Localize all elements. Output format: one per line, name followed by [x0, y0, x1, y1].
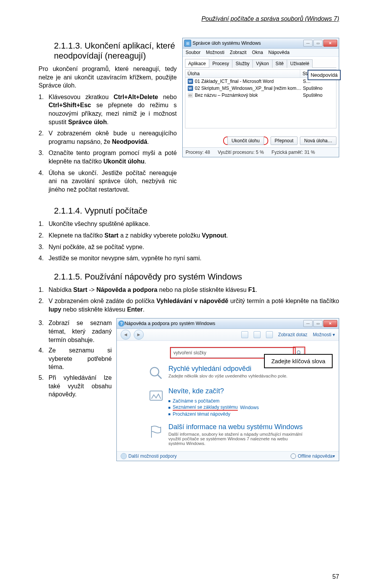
heading-2113: 2.1.1.3. Ukončení aplikací, které neodpo…: [54, 41, 177, 61]
callout-neodpovida: Neodpovídá: [308, 70, 341, 80]
menu-item[interactable]: Soubor: [186, 50, 201, 55]
list-number: 3.: [39, 149, 49, 165]
step: Nyní počkáte, až se počítač vypne.: [49, 243, 339, 251]
table-row[interactable]: W 02 Skriptum_MS_Windosws_XP_final [reži…: [185, 85, 336, 92]
tab-users[interactable]: Uživatelé: [287, 59, 313, 68]
print-icon[interactable]: [254, 331, 261, 338]
help-link[interactable]: Seznámení se základy systému Windows: [168, 404, 259, 411]
flag-icon: [148, 423, 165, 440]
notepad-icon: ▭: [188, 93, 193, 98]
task-manager-window: ⊞ Správce úloh systému Windows — ▭ ✕ Sou…: [182, 38, 339, 157]
list-number: 2.: [39, 231, 49, 240]
task-name: 02 Skriptum_MS_Windosws_XP_final [režim …: [195, 86, 301, 91]
step: Ukončíte všechny spuštěné aplikace.: [49, 220, 339, 228]
list-number: 5.: [39, 374, 49, 399]
step: V zobrazeném okně zadáte do políčka Vyhl…: [49, 297, 339, 313]
list-number: 3.: [39, 243, 49, 251]
menu-item[interactable]: Nápověda: [268, 50, 289, 55]
word-icon: W: [188, 86, 193, 91]
list-number: 4.: [39, 169, 49, 194]
step-4: Úloha se ukončí. Jestliže počítač nereag…: [49, 169, 177, 194]
more-support-link[interactable]: Další možnosti podpory: [128, 453, 177, 459]
minimize-button[interactable]: —: [303, 40, 313, 47]
switch-to-button[interactable]: Přepnout: [271, 136, 298, 145]
maximize-button[interactable]: ▭: [313, 320, 323, 327]
magnifier-icon: [148, 365, 165, 382]
list-number: 2.: [39, 297, 49, 313]
task-status: Spuštěno: [303, 86, 334, 91]
step: Při vyhledávání lze také využít obsahu n…: [49, 374, 112, 399]
menu-item[interactable]: Zobrazit: [230, 50, 246, 55]
step-3: Označíte tento program pomocí myši a pot…: [49, 149, 177, 165]
close-button[interactable]: ✕: [323, 320, 337, 327]
list-number: 2.: [39, 129, 49, 146]
menu-item[interactable]: Možnosti: [206, 50, 224, 55]
list-number: 1.: [39, 93, 49, 126]
browse-icon[interactable]: [266, 331, 273, 338]
col-task[interactable]: Úloha: [185, 70, 300, 78]
table-row[interactable]: ▭ Bez názvu – Poznámkový blok Spuštěno: [185, 92, 336, 99]
status-mem: Fyzická paměť: 31 %: [272, 150, 315, 155]
list-number: 4.: [39, 346, 49, 371]
new-task-button[interactable]: Nová úloha…: [300, 136, 336, 145]
callout-keywords: Zadejte klíčová slova: [264, 354, 333, 368]
heading-2115: 2.1.1.5. Používání nápovědy pro systém W…: [54, 272, 339, 282]
page-header: Používání počítače a správa souborů (Win…: [39, 15, 339, 22]
help-app-icon: ?: [118, 320, 124, 327]
home-icon[interactable]: [241, 331, 248, 338]
maximize-button[interactable]: ▭: [313, 40, 323, 47]
step-2: V zobrazeném okně bude u nereagujícího p…: [49, 129, 177, 146]
help-window: ? Nápověda a podpora pro systém Windows …: [116, 318, 339, 461]
offline-help-link[interactable]: Offline nápověda: [298, 453, 333, 459]
heading-2114: 2.1.1.4. Vypnutí počítače: [54, 206, 339, 216]
help-section-title: Další informace na webu systému Windows: [168, 423, 304, 431]
help-section-title: Nevíte, kde začít?: [168, 387, 259, 395]
close-button[interactable]: ✕: [323, 40, 337, 47]
task-name: 01 Základy_ICT_final - Microsoft Word: [195, 79, 301, 84]
titlebar[interactable]: ⊞ Správce úloh systému Windows — ▭ ✕: [183, 38, 339, 49]
tab-applications[interactable]: Aplikace: [185, 59, 209, 67]
help-link[interactable]: Začínáme s počítačem: [168, 398, 259, 404]
tab-processes[interactable]: Procesy: [209, 59, 232, 68]
list-number: 1.: [39, 286, 49, 294]
intro-text: Pro ukončení programů, které nereagují, …: [39, 65, 177, 90]
step: Jestliže se monitor nevypne sám, vypněte…: [49, 254, 339, 263]
word-icon: W: [188, 79, 193, 84]
step: Nabídka Start -> Nápověda a podpora nebo…: [49, 286, 339, 294]
minimize-button[interactable]: —: [303, 320, 313, 327]
menu-item[interactable]: Okna: [252, 50, 263, 55]
show-query-link[interactable]: Zobrazit dotaz: [278, 332, 308, 337]
status-processes: Procesy: 48: [186, 150, 210, 155]
task-status: Spuštěno: [303, 93, 334, 98]
help-link[interactable]: Procházení témat nápovědy: [168, 411, 259, 417]
window-title: Správce úloh systému Windows: [193, 40, 303, 46]
forward-button[interactable]: ►: [134, 330, 144, 340]
options-link[interactable]: Možnosti ▾: [313, 332, 335, 337]
svg-point-2: [150, 367, 159, 376]
list-number: 1.: [39, 220, 49, 228]
highlight-ring: Ukončit úlohu: [223, 136, 268, 145]
end-task-button[interactable]: Ukončit úlohu: [227, 136, 264, 145]
svg-line-3: [158, 375, 161, 379]
step: Klepnete na tlačítko Start a z nabídky v…: [49, 231, 339, 240]
help-status-bar: Další možnosti podpory Offline nápověda …: [117, 451, 339, 461]
app-icon: ⊞: [184, 40, 191, 47]
help-section-desc: Zadejte několik slov do výše uvedeného v…: [168, 374, 288, 378]
tab-services[interactable]: Služby: [232, 59, 253, 68]
step: Ze seznamu si vyberete potřebné téma.: [49, 346, 112, 371]
tab-networking[interactable]: Sítě: [272, 59, 287, 68]
titlebar[interactable]: ? Nápověda a podpora pro systém Windows …: [117, 318, 339, 329]
menu-bar: Soubor Možnosti Zobrazit Okna Nápověda: [183, 49, 339, 57]
status-cpu: Využití procesoru: 5 %: [218, 150, 264, 155]
picture-icon: [148, 387, 165, 404]
back-button[interactable]: ◄: [121, 330, 131, 340]
status-bar: Procesy: 48 Využití procesoru: 5 % Fyzic…: [183, 147, 339, 157]
window-title: Nápověda a podpora pro systém Windows: [124, 321, 303, 326]
globe-icon: [291, 453, 296, 459]
list-number: 4.: [39, 254, 49, 263]
step-1: Klávesovou zkratkou Ctrl+Alt+Delete nebo…: [49, 93, 177, 126]
page-number: 57: [332, 573, 339, 580]
tab-strip: Aplikace Procesy Služby Výkon Sítě Uživa…: [185, 59, 336, 68]
tab-performance[interactable]: Výkon: [252, 59, 272, 68]
help-section-desc: Další informace, soubory ke stažení a ná…: [168, 432, 304, 446]
